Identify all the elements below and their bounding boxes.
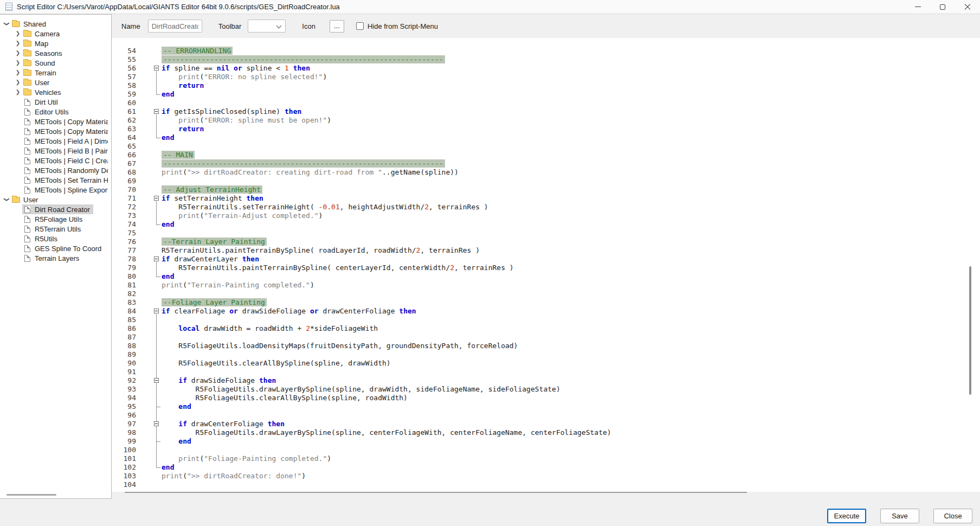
code-editor[interactable]: 54-- ERRORHANDLING55--------------------… <box>112 38 980 492</box>
code-line-78[interactable]: 78if drawCenterLayer then <box>112 255 980 264</box>
code-line-59[interactable]: 59end <box>112 90 980 99</box>
code-line-62[interactable]: 62 print("ERROR: spline must be open!") <box>112 116 980 125</box>
code-line-69[interactable]: 69 <box>112 177 980 185</box>
code-line-102[interactable]: 102end <box>112 463 980 472</box>
code-line-90[interactable]: 90 R5FoliageUtils.clearAllBySpline(splin… <box>112 359 980 368</box>
editor-vertical-scrollbar[interactable] <box>969 266 971 395</box>
code-line-93[interactable]: 93 R5FoliageUtils.drawLayerBySpline(spli… <box>112 385 980 394</box>
fold-collapse-icon[interactable] <box>154 256 159 261</box>
code-line-70[interactable]: 70-- Adjust TerrainHeight <box>112 185 980 194</box>
code-line-95[interactable]: 95 end <box>112 402 980 411</box>
tree-item-metools-set-terrain-heig[interactable]: METools | Set Terrain Heig <box>0 175 111 185</box>
code-line-87[interactable]: 87 <box>112 333 980 342</box>
code-line-96[interactable]: 96 <box>112 411 980 420</box>
code-line-64[interactable]: 64end <box>112 133 980 142</box>
tree-item-camera[interactable]: ❯Camera <box>0 29 111 39</box>
code-line-82[interactable]: 82 <box>112 290 980 298</box>
tree-item-r5utils[interactable]: R5Utils <box>0 234 111 243</box>
code-line-83[interactable]: 83--Foliage Layer Painting <box>112 298 980 307</box>
expand-chevron-icon[interactable]: ❯ <box>14 68 22 78</box>
tree-item-user[interactable]: ❯User <box>0 195 111 204</box>
tree-item-terrain-layers[interactable]: Terrain Layers <box>0 253 111 263</box>
code-line-71[interactable]: 71if setTerrainHeight then <box>112 194 980 203</box>
expand-chevron-icon[interactable]: ❯ <box>14 29 22 39</box>
code-line-92[interactable]: 92 if drawSideFoliage then <box>112 376 980 385</box>
toolbar-select[interactable] <box>248 20 286 33</box>
code-line-84[interactable]: 84if clearFoliage or drawSideFoliage or … <box>112 307 980 316</box>
tree-item-dirt-util[interactable]: Dirt Util <box>0 97 111 107</box>
tree-item-ges-spline-to-coord[interactable]: GES Spline To Coord <box>0 243 111 253</box>
code-line-75[interactable]: 75 <box>112 229 980 238</box>
code-line-104[interactable]: 104 <box>112 480 980 489</box>
code-line-79[interactable]: 79 R5TerrainUtils.paintTerrainBySpline( … <box>112 264 980 272</box>
code-line-88[interactable]: 88 R5FoliageUtils.loadDensityMaps(fruitD… <box>112 342 980 350</box>
collapse-chevron-icon[interactable]: ❯ <box>2 20 11 28</box>
tree-item-metools-copy-material[interactable]: METools | Copy Material <box>0 117 111 126</box>
code-line-103[interactable]: 103print(">> dirtRoadCreator: done!") <box>112 472 980 480</box>
hide-from-script-menu-checkbox[interactable] <box>356 22 364 30</box>
code-line-86[interactable]: 86 local drawWidth = roadWidth + 2*sideF… <box>112 324 980 333</box>
fold-collapse-icon[interactable] <box>154 421 159 426</box>
code-line-60[interactable]: 60 <box>112 99 980 107</box>
expand-chevron-icon[interactable]: ❯ <box>14 48 22 58</box>
code-line-57[interactable]: 57 print("ERROR: no spline selected!") <box>112 73 980 81</box>
code-line-73[interactable]: 73 print("Terrain-Adjust completed.") <box>112 211 980 220</box>
code-line-55[interactable]: 55--------------------------------------… <box>112 55 980 64</box>
editor-horizontal-scrollbar[interactable] <box>125 492 747 493</box>
code-line-99[interactable]: 99 end <box>112 437 980 446</box>
code-line-63[interactable]: 63 return <box>112 125 980 133</box>
tree-item-terrain[interactable]: ❯Terrain <box>0 68 111 78</box>
tree-item-dirt-road-creator[interactable]: Dirt Road Creator <box>0 204 111 214</box>
tree-item-user[interactable]: ❯User <box>0 78 111 87</box>
code-line-91[interactable]: 91 <box>112 368 980 376</box>
tree-horizontal-scrollbar[interactable] <box>7 494 56 496</box>
code-line-66[interactable]: 66-- MAIN <box>112 151 980 159</box>
tree-item-seasons[interactable]: ❯Seasons <box>0 48 111 58</box>
code-line-81[interactable]: 81print("Terrain-Painting completed.") <box>112 281 980 290</box>
code-line-58[interactable]: 58 return <box>112 81 980 90</box>
tree-item-vehicles[interactable]: ❯Vehicles <box>0 87 111 97</box>
fold-collapse-icon[interactable] <box>154 109 159 114</box>
code-line-56[interactable]: 56if spline == nil or spline < 1 then <box>112 64 980 73</box>
minimize-button[interactable] <box>905 0 930 14</box>
tree-item-metools-field-c-create[interactable]: METools | Field C | Create <box>0 156 111 165</box>
code-line-72[interactable]: 72 R5TerrainUtils.setTerrainHeight( -0.0… <box>112 203 980 211</box>
code-line-98[interactable]: 98 R5FoliageUtils.drawLayerBySpline(spli… <box>112 428 980 437</box>
expand-chevron-icon[interactable]: ❯ <box>14 87 22 97</box>
code-line-74[interactable]: 74end <box>112 220 980 229</box>
code-line-76[interactable]: 76--Terrain Layer Painting <box>112 238 980 246</box>
icon-browse-button[interactable]: ... <box>330 20 344 33</box>
tree-item-metools-spline-exporter[interactable]: METools | Spline Exporter <box>0 185 111 195</box>
code-line-101[interactable]: 101 print("Foliage-Painting completed.") <box>112 454 980 463</box>
tree-item-metools-randomly-dele[interactable]: METools | Randomly Dele <box>0 165 111 175</box>
code-line-89[interactable]: 89 <box>112 350 980 359</box>
code-line-65[interactable]: 65 <box>112 142 980 151</box>
expand-chevron-icon[interactable]: ❯ <box>14 78 22 87</box>
tree-item-sound[interactable]: ❯Sound <box>0 58 111 68</box>
tree-item-r5foliage-utils[interactable]: R5Foliage Utils <box>0 214 111 224</box>
tree-item-shared[interactable]: ❯Shared <box>0 19 111 29</box>
fold-collapse-icon[interactable] <box>154 66 159 70</box>
code-line-54[interactable]: 54-- ERRORHANDLING <box>112 47 980 55</box>
maximize-button[interactable] <box>930 0 955 14</box>
code-line-85[interactable]: 85 <box>112 316 980 324</box>
code-line-94[interactable]: 94 R5FoliageUtils.clearAllBySpline(splin… <box>112 394 980 402</box>
close-button[interactable] <box>955 0 980 14</box>
save-button[interactable]: Save <box>880 509 919 523</box>
fold-collapse-icon[interactable] <box>154 309 159 313</box>
execute-button[interactable]: Execute <box>827 509 866 523</box>
code-line-97[interactable]: 97 if drawCenterFoliage then <box>112 420 980 428</box>
code-line-67[interactable]: 67--------------------------------------… <box>112 159 980 168</box>
fold-collapse-icon[interactable] <box>154 196 159 201</box>
fold-collapse-icon[interactable] <box>154 378 159 383</box>
tree-item-editor-utils[interactable]: Editor Utils <box>0 107 111 117</box>
close-script-button[interactable]: Close <box>933 509 972 523</box>
code-line-100[interactable]: 100 <box>112 446 980 454</box>
tree-item-metools-field-a-dimen[interactable]: METools | Field A | Dimen <box>0 136 111 146</box>
expand-chevron-icon[interactable]: ❯ <box>14 39 22 48</box>
code-line-80[interactable]: 80end <box>112 272 980 281</box>
tree-item-metools-field-b-paint-f[interactable]: METools | Field B | Paint F <box>0 146 111 156</box>
tree-item-metools-copy-material-b[interactable]: METools | Copy Material b <box>0 126 111 136</box>
script-name-input[interactable] <box>148 20 202 33</box>
collapse-chevron-icon[interactable]: ❯ <box>2 195 11 204</box>
